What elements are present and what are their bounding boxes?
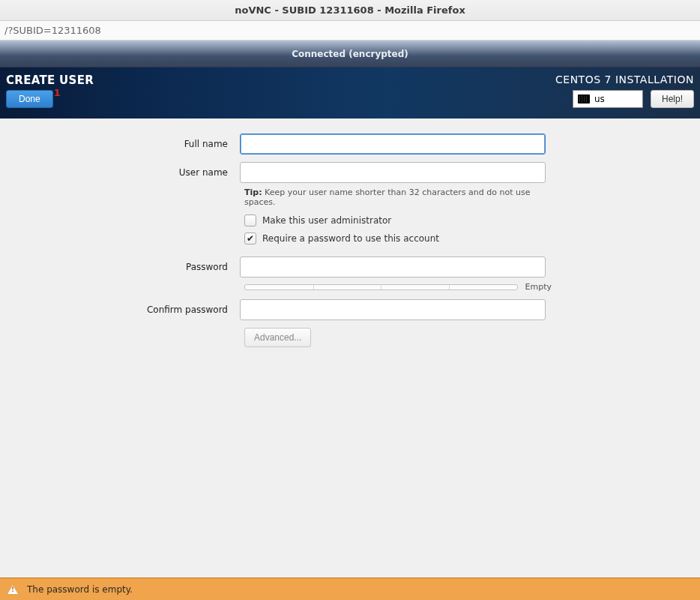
- done-button[interactable]: Done: [6, 90, 53, 108]
- window-title: noVNC - SUBID 12311608 - Mozilla Firefox: [235, 4, 465, 16]
- username-label: User name: [0, 167, 240, 178]
- installer-header: CREATE USER Done 1 CENTOS 7 INSTALLATION…: [0, 68, 700, 118]
- require-password-checkbox-label: Require a password to use this account: [262, 233, 439, 244]
- connection-status: Connected (encrypted): [292, 49, 408, 59]
- warning-message: The password is empty.: [27, 584, 133, 595]
- admin-checkbox-label: Make this user administrator: [262, 215, 391, 226]
- tip-text: Keep your user name shorter than 32 char…: [244, 188, 530, 207]
- content-area: Full name User name Tip: Keep your user …: [0, 118, 700, 578]
- warning-bar: The password is empty.: [0, 578, 700, 600]
- keyboard-layout-indicator[interactable]: us: [573, 90, 643, 108]
- keyboard-icon: [578, 94, 590, 104]
- done-warning-badge: 1: [54, 87, 61, 98]
- admin-checkbox-row[interactable]: Make this user administrator: [244, 214, 700, 226]
- confirm-password-input[interactable]: [240, 299, 546, 320]
- password-strength-row: Empty: [244, 282, 552, 292]
- tip-prefix: Tip:: [244, 188, 262, 197]
- connection-banner: Connected (encrypted): [0, 40, 700, 68]
- url-bar[interactable]: /?SUBID=12311608: [0, 21, 700, 40]
- fullname-label: Full name: [0, 139, 240, 149]
- advanced-button[interactable]: Advanced...: [244, 328, 311, 347]
- admin-checkbox[interactable]: [244, 214, 256, 226]
- window-titlebar: noVNC - SUBID 12311608 - Mozilla Firefox: [0, 0, 700, 21]
- keyboard-layout-label: us: [594, 94, 605, 104]
- installation-title: CENTOS 7 INSTALLATION: [555, 74, 694, 86]
- password-strength-bar: [244, 284, 518, 290]
- warning-icon: [7, 585, 18, 594]
- password-strength-label: Empty: [525, 282, 552, 292]
- username-input[interactable]: [240, 162, 546, 183]
- screen-title: CREATE USER: [6, 74, 94, 87]
- require-password-checkbox-row[interactable]: ✔ Require a password to use this account: [244, 232, 700, 244]
- confirm-password-label: Confirm password: [0, 304, 240, 315]
- password-label: Password: [0, 262, 240, 272]
- username-tip: Tip: Keep your user name shorter than 32…: [244, 188, 559, 207]
- require-password-checkbox[interactable]: ✔: [244, 232, 256, 244]
- password-input[interactable]: [240, 256, 546, 278]
- url-text: /?SUBID=12311608: [4, 25, 101, 36]
- help-button[interactable]: Help!: [651, 90, 694, 108]
- fullname-input[interactable]: [240, 134, 546, 154]
